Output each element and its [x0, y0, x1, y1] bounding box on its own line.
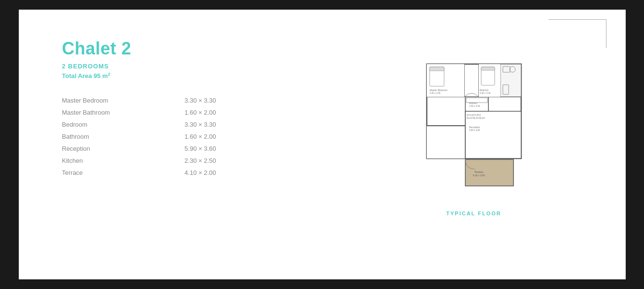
svg-text:Kitchen: Kitchen — [469, 102, 477, 105]
floor-plan-svg: Master Bedroom 3.30 x 3.30 Bedroom 3.30 … — [426, 63, 522, 198]
right-panel: Master Bedroom 3.30 x 3.30 Bedroom 3.30 … — [322, 10, 626, 279]
room-dims: 1.60 × 2.00 — [184, 109, 216, 116]
typical-floor-label: TYPICAL FLOOR — [446, 210, 501, 216]
room-name: Kitchen — [62, 157, 83, 164]
room-dims: 3.30 × 3.30 — [184, 97, 216, 104]
room-name: Master Bedroom — [62, 97, 108, 104]
table-row: Reception5.90 × 3.60 — [62, 145, 216, 152]
room-name: Bedroom — [62, 121, 88, 128]
svg-text:4.10 x 2.00: 4.10 x 2.00 — [473, 174, 485, 177]
room-dims: 2.30 × 2.50 — [184, 157, 216, 164]
svg-text:BLAH  BLAH  BLAH: BLAH BLAH BLAH — [467, 117, 485, 119]
room-dims: 5.90 × 3.60 — [184, 145, 216, 152]
room-name: Bathroom — [62, 133, 89, 140]
left-panel: Chalet 2 2 BEDROOMS Total Area 95 m2 Mas… — [19, 10, 322, 279]
table-row: Master Bedroom3.30 × 3.30 — [62, 97, 216, 104]
room-name: Reception — [62, 145, 91, 152]
svg-text:Terrace: Terrace — [474, 171, 483, 173]
room-dims: 4.10 × 2.00 — [184, 169, 216, 176]
svg-text:3.30 x 3.30: 3.30 x 3.30 — [480, 92, 491, 94]
chalet-title: Chalet 2 — [62, 39, 293, 59]
table-row: Bedroom3.30 × 3.30 — [62, 121, 216, 128]
svg-rect-16 — [430, 67, 444, 71]
room-table: Master Bedroom3.30 × 3.30Master Bathroom… — [62, 97, 293, 176]
floor-plan-container: Master Bedroom 3.30 x 3.30 Bedroom 3.30 … — [426, 63, 522, 198]
table-row: Master Bathroom1.60 × 2.00 — [62, 109, 216, 116]
page-container: Chalet 2 2 BEDROOMS Total Area 95 m2 Mas… — [19, 10, 626, 279]
svg-text:Master Bedroom: Master Bedroom — [430, 89, 447, 92]
room-name: Master Bathroom — [62, 109, 110, 116]
svg-rect-1 — [427, 126, 465, 158]
svg-text:Bedroom: Bedroom — [480, 89, 489, 92]
table-row: Bathroom1.60 × 2.00 — [62, 133, 216, 140]
corner-decoration-top — [549, 19, 606, 48]
table-row: Terrace4.10 × 2.00 — [62, 169, 216, 176]
svg-text:2.30 x 2.50: 2.30 x 2.50 — [469, 105, 480, 107]
room-name: Terrace — [62, 169, 83, 176]
total-area: Total Area 95 m2 — [62, 72, 293, 79]
svg-rect-21 — [481, 67, 495, 70]
bedrooms-label: 2 BEDROOMS — [62, 63, 293, 70]
room-dims: 1.60 × 2.00 — [184, 133, 216, 140]
room-dims: 3.30 × 3.30 — [184, 121, 216, 128]
svg-rect-32 — [465, 159, 513, 186]
svg-text:BTH  BTH  BTH: BTH BTH BTH — [467, 114, 481, 117]
svg-text:5.90 x 3.60: 5.90 x 3.60 — [469, 129, 480, 131]
svg-text:Reception: Reception — [469, 126, 480, 129]
table-row: Kitchen2.30 × 2.50 — [62, 157, 216, 164]
svg-rect-10 — [500, 64, 521, 97]
svg-text:3.30 x 3.30: 3.30 x 3.30 — [430, 92, 441, 94]
